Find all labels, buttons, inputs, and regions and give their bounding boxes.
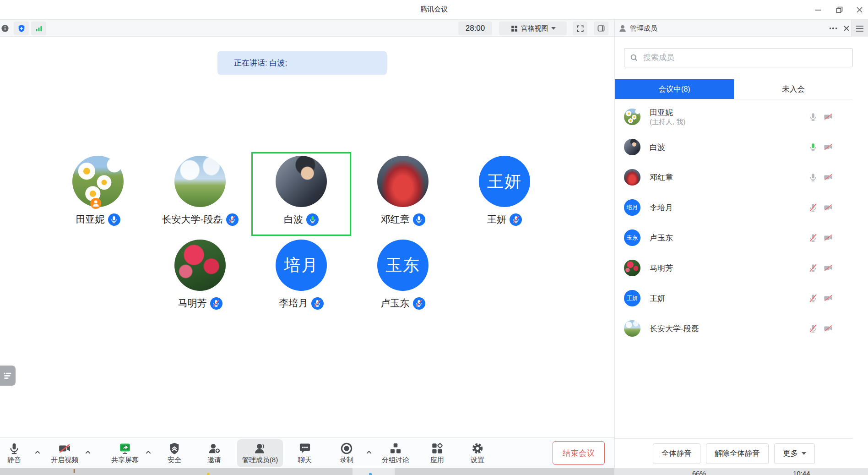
avatar: 培月 [276,240,327,291]
meeting-security-icon[interactable] [14,22,29,35]
participant-tile[interactable]: 培月 李培月 [251,236,351,320]
member-row[interactable]: 王妍 王妍 [615,283,853,313]
control-label: 设置 [471,456,484,464]
minimize-button[interactable] [812,4,824,16]
member-role: (主持人, 我) [650,117,685,126]
sidebar-toggle-button[interactable] [594,22,608,35]
button-label: 更多 [783,448,798,459]
participant-name: 邓红章 [381,213,410,226]
member-mic-icon [808,202,818,213]
participant-avatar [276,156,327,207]
tab-in-meeting[interactable]: 会议中(8) [615,79,734,99]
participant-tile[interactable]: 王妍 王妍 [455,152,554,236]
control-invite[interactable]: 邀请 [207,441,221,464]
member-camera-icon [823,293,833,303]
control-camera-off[interactable]: 开启视频 [51,441,78,464]
member-avatar [624,169,640,186]
chevron-up-icon[interactable] [146,448,152,456]
member-camera-icon [823,112,833,122]
member-avatar: 培月 [624,199,640,216]
avatar [174,240,226,291]
participant-tile[interactable]: 田亚妮 [48,152,148,236]
control-settings[interactable]: 设置 [471,441,484,464]
caption-drawer-tab[interactable] [0,366,16,386]
mute-all-button[interactable]: 全体静音 [653,443,700,464]
member-mic-icon [808,172,818,182]
member-row[interactable]: 马明芳 [615,253,853,283]
restore-button[interactable] [833,4,845,16]
member-camera-icon [823,172,833,182]
member-name: 白波 [650,142,665,152]
participant-name: 王妍 [487,213,506,226]
control-label: 分组讨论 [382,456,409,464]
member-name: 李培月 [650,203,673,213]
member-name: 马明芳 [650,263,673,273]
member-row[interactable]: 玉东 卢玉东 [615,223,853,253]
participant-name: 李培月 [279,297,308,310]
control-screen-share[interactable]: 共享屏幕 [111,441,139,464]
participant-tile[interactable]: 长安大学-段磊 [150,152,250,236]
control-label: 共享屏幕 [111,456,139,464]
network-signal-icon[interactable] [31,22,46,35]
mic-status-icon [210,297,222,310]
participant-avatar [174,240,226,291]
chevron-up-icon[interactable] [366,448,372,456]
unmute-all-button[interactable]: 解除全体静音 [706,443,769,464]
participant-tile[interactable]: 邓红章 [353,152,453,236]
control-record[interactable]: 录制 [340,441,353,464]
record-icon [340,441,353,455]
fullscreen-button[interactable] [573,22,587,35]
control-apps[interactable]: 应用 [430,441,444,464]
member-search-box[interactable] [624,48,853,67]
window-title: 腾讯会议 [0,0,868,19]
participant-name: 长安大学-段磊 [162,213,223,226]
participant-tile[interactable]: 马明芳 [150,236,250,320]
mic-status-icon [226,213,239,226]
participant-tile[interactable]: 白波 [251,152,351,236]
member-row[interactable]: 白波 [615,132,853,162]
avatar [624,260,640,276]
avatar [377,156,429,207]
more-button[interactable]: 更多 [774,443,815,464]
member-row[interactable]: 邓红章 [615,162,853,192]
meeting-toolbar: 28:00 宫格视图 管理成员 [0,19,868,37]
toolbar-divider [614,20,615,37]
meeting-timer: 28:00 [458,22,492,35]
member-row[interactable]: 田亚妮 (主持人, 我) [615,102,853,132]
end-meeting-button[interactable]: 结束会议 [553,441,605,465]
sidebar-layout-icon [597,24,605,33]
control-mic[interactable]: 静音 [7,441,21,464]
avatar [624,320,640,337]
avatar [624,169,640,186]
tab-not-joined[interactable]: 未入会 [734,79,853,99]
control-security-shield[interactable]: 安全 [168,441,181,464]
chevron-up-icon[interactable] [85,448,91,456]
view-mode-selector[interactable]: 宫格视图 [499,22,567,35]
mic-status-icon [413,297,425,310]
close-button[interactable] [853,4,865,16]
panel-close-button[interactable] [841,23,852,33]
taskbar-dot [369,473,372,475]
panel-more-button[interactable] [827,23,840,33]
member-name: 卢玉东 [650,233,673,243]
member-row[interactable]: 培月 李培月 [615,192,853,223]
participant-tile[interactable]: 玉东 卢玉东 [353,236,453,320]
chevron-up-icon[interactable] [35,448,41,456]
taskbar-dot [207,473,210,475]
participant-avatar [72,156,124,207]
control-bar: 静音 开启视频 共享屏幕 安全 邀请 管理成员(8) 聊天 录制 分组讨论 应用… [0,437,614,468]
control-breakout[interactable]: 分组讨论 [382,441,409,464]
panel-menu-button[interactable] [852,20,868,37]
restore-icon [835,6,843,14]
member-row[interactable]: 长安大学-段磊 [615,313,853,344]
control-label: 录制 [340,456,353,464]
member-mic-icon [808,112,818,122]
member-search-input[interactable] [642,53,847,63]
control-members[interactable]: 管理成员(8) [242,441,278,464]
meeting-info-icon[interactable] [1,24,9,33]
speaking-banner: 正在讲话: 白波; [217,51,387,75]
fullscreen-icon [576,25,584,33]
member-avatar: 王妍 [624,290,640,306]
mic-status-icon [311,297,324,310]
control-chat[interactable]: 聊天 [298,441,312,464]
